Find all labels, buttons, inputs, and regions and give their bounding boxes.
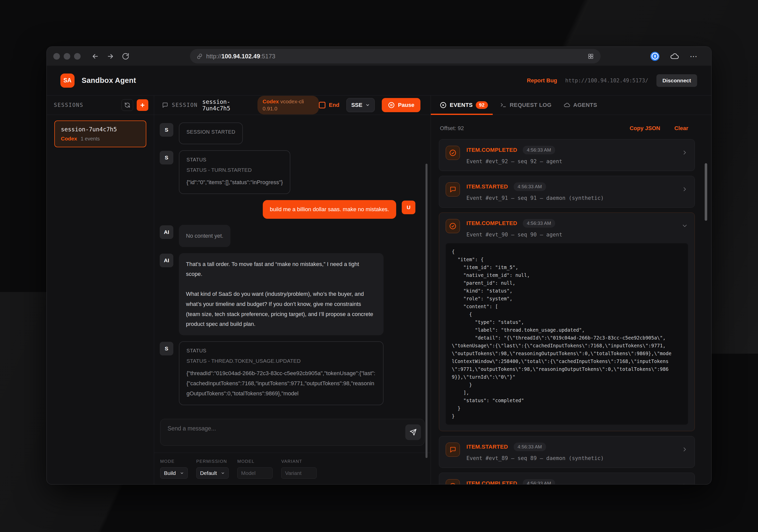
event-type: ITEM.COMPLETED xyxy=(466,147,517,153)
chevron-down-icon[interactable] xyxy=(681,222,688,229)
sessions-sidebar: SESSIONS + session-7un4c7h5 Codex 1 even… xyxy=(47,95,154,484)
events-scrollbar[interactable] xyxy=(705,163,707,221)
chevron-right-icon[interactable] xyxy=(681,446,688,453)
message-input[interactable] xyxy=(160,419,425,446)
event-type: ITEM.STARTED xyxy=(466,183,508,190)
event-card[interactable]: ITEM.COMPLETED 4:56:33 AM Event #evt_92 … xyxy=(439,139,695,171)
tab-groups-icon[interactable] xyxy=(587,53,594,60)
server-url: http://100.94.102.49:5173/ xyxy=(565,78,648,83)
permission-select[interactable]: Default xyxy=(196,467,229,479)
chevron-down-icon xyxy=(180,471,184,475)
message-list: S SESSION STARTED S STATUS STATUS - TURN… xyxy=(154,115,431,415)
mode-select[interactable]: Build xyxy=(160,467,188,479)
events-count-badge: 92 xyxy=(476,101,488,109)
model-input[interactable] xyxy=(237,467,273,479)
event-json-payload: { "item": { "item_id": "itm_5", "native_… xyxy=(446,243,688,425)
events-offset: Offset: 92 xyxy=(440,125,464,132)
event-summary: Event #evt_92 – seq 92 – agent xyxy=(466,158,678,164)
tab-agents[interactable]: AGENTS xyxy=(564,102,597,108)
check-circle-icon xyxy=(446,146,460,160)
send-button[interactable] xyxy=(405,424,421,440)
tab-request-log[interactable]: REQUEST LOG xyxy=(500,102,552,108)
copy-json-button[interactable]: Copy JSON xyxy=(630,125,660,132)
pause-circle-icon xyxy=(388,102,395,109)
chat-scrollbar[interactable] xyxy=(426,164,428,458)
message-composer xyxy=(160,419,425,447)
close-window-button[interactable] xyxy=(53,53,60,60)
tab-events[interactable]: EVENTS 92 xyxy=(440,101,488,109)
chevron-right-icon[interactable] xyxy=(681,149,688,156)
app-title: Sandbox Agent xyxy=(82,76,136,84)
user-message: build me a billion dollar saas. make no … xyxy=(160,200,415,219)
permission-label: PERMISSION xyxy=(196,459,229,464)
event-time-badge: 4:56:33 AM xyxy=(523,479,555,484)
event-summary: Event #evt_89 – seq 89 – daemon (synthet… xyxy=(466,455,678,461)
system-avatar: S xyxy=(160,342,173,355)
system-avatar: S xyxy=(160,123,173,137)
address-bar[interactable]: http://100.94.102.49:5173 xyxy=(190,49,601,63)
event-card[interactable]: ITEM.STARTED 4:56:33 AM Event #evt_89 – … xyxy=(439,436,695,468)
chevron-down-icon xyxy=(221,471,225,475)
clear-events-button[interactable]: Clear xyxy=(674,125,688,132)
session-list-item[interactable]: session-7un4c7h5 Codex 1 events xyxy=(54,120,146,147)
reload-button[interactable] xyxy=(121,52,130,61)
pause-button[interactable]: Pause xyxy=(382,98,421,112)
event-card-expanded[interactable]: ITEM.COMPLETED 4:56:33 AM Event #evt_90 … xyxy=(439,213,695,431)
zoom-window-button[interactable] xyxy=(74,53,81,60)
session-id: session-7un4c7h5 xyxy=(202,99,252,112)
browser-menu-icon[interactable]: ⋯ xyxy=(690,52,698,60)
event-time-badge: 4:56:33 AM xyxy=(523,146,555,154)
event-time-badge: 4:56:33 AM xyxy=(514,443,546,451)
event-card[interactable]: ITEM.COMPLETED 4:56:33 AM Event #evt_88 … xyxy=(439,473,695,484)
chat-bubble-icon xyxy=(446,443,460,457)
assistant-message: AI No content yet. xyxy=(160,225,415,247)
transport-select[interactable]: SSE xyxy=(346,98,375,112)
session-controls: MODE Build PERMISSION Default MODEL xyxy=(154,453,431,484)
event-list: ITEM.COMPLETED 4:56:33 AM Event #evt_92 … xyxy=(439,139,695,484)
variant-input[interactable] xyxy=(281,467,317,479)
refresh-sessions-button[interactable] xyxy=(121,99,133,111)
event-time-badge: 4:56:33 AM xyxy=(514,183,546,191)
play-circle-icon xyxy=(440,102,447,109)
assistant-message: AI That’s a tall order. To move fast and… xyxy=(160,253,415,335)
minimize-window-button[interactable] xyxy=(64,53,70,60)
mode-label: MODE xyxy=(160,459,188,464)
event-time-badge: 4:56:33 AM xyxy=(523,219,555,228)
assistant-avatar: AI xyxy=(160,253,173,267)
session-event-count: 1 events xyxy=(81,136,100,142)
check-circle-icon xyxy=(446,479,460,484)
chevron-right-icon[interactable] xyxy=(681,483,688,484)
event-card[interactable]: ITEM.STARTED 4:56:33 AM Event #evt_91 – … xyxy=(439,176,695,208)
event-type: ITEM.COMPLETED xyxy=(466,220,517,227)
app-header: SA Sandbox Agent Report Bug http://100.9… xyxy=(47,66,711,95)
event-type: ITEM.STARTED xyxy=(466,444,508,450)
chevron-right-icon[interactable] xyxy=(681,186,688,192)
terminal-icon xyxy=(500,102,506,108)
system-avatar: S xyxy=(160,151,173,164)
password-manager-icon[interactable] xyxy=(650,52,660,61)
agent-version-badge: Codex vcodex-cli 0.91.0 xyxy=(258,96,319,115)
forward-button[interactable] xyxy=(106,52,115,61)
end-session-checkbox[interactable]: End xyxy=(319,102,340,108)
back-button[interactable] xyxy=(91,52,100,61)
browser-window: http://100.94.102.49:5173 ⋯ SA Sandbox A… xyxy=(47,47,711,484)
system-status-message: S STATUS STATUS - TURN.STARTED {"id":"0"… xyxy=(160,150,415,194)
check-circle-icon xyxy=(446,219,460,233)
disconnect-button[interactable]: Disconnect xyxy=(656,74,697,87)
session-label: SESSION xyxy=(172,102,198,108)
send-icon xyxy=(410,429,417,436)
event-summary: Event #evt_91 – seq 91 – daemon (synthet… xyxy=(466,195,678,201)
event-type: ITEM.COMPLETED xyxy=(466,480,517,484)
new-session-button[interactable]: + xyxy=(137,99,148,111)
system-message: S SESSION STARTED xyxy=(160,122,415,144)
user-avatar: U xyxy=(402,201,415,214)
window-traffic-lights[interactable] xyxy=(53,53,81,60)
chat-bubble-icon xyxy=(162,102,168,108)
browser-chrome: http://100.94.102.49:5173 ⋯ xyxy=(47,47,711,66)
checkbox-icon[interactable] xyxy=(319,102,326,108)
chat-bubble-icon xyxy=(446,183,460,197)
report-bug-link[interactable]: Report Bug xyxy=(527,77,557,84)
cloud-icon[interactable] xyxy=(670,52,679,61)
variant-label: VARIANT xyxy=(281,459,317,464)
events-panel: EVENTS 92 REQUEST LOG AGENTS Offset: 92 xyxy=(431,95,711,484)
